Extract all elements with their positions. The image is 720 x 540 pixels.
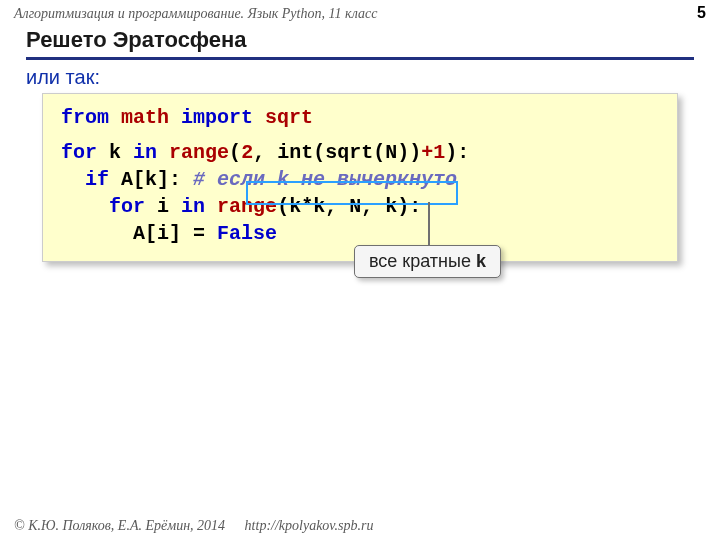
- var-k: k: [109, 141, 121, 164]
- fn-range2: range: [217, 195, 277, 218]
- code-block: from math import sqrt for k in range(2, …: [42, 93, 678, 262]
- kw-false: False: [217, 222, 277, 245]
- code-line-4: for i in range(k*k, N, k):: [61, 193, 659, 220]
- code-line-3: if A[k]: # если k не вычеркнуто: [61, 166, 659, 193]
- callout-wrap: все кратные k: [354, 245, 501, 278]
- kw-if: if: [85, 168, 109, 191]
- kw-import: import: [181, 106, 253, 129]
- p-close: ):: [445, 141, 469, 164]
- footer: © К.Ю. Поляков, Е.А. Ерёмин, 2014 http:/…: [14, 518, 373, 534]
- range-args: k*k, N, k): [289, 195, 409, 218]
- code-line-5: A[i] = False: [61, 220, 659, 247]
- num-plus1: +1: [421, 141, 445, 164]
- range-tail: , int(sqrt(N)): [253, 141, 421, 164]
- code-line-1: from math import sqrt: [61, 104, 659, 131]
- course-title: Алгоритмизация и программирование. Язык …: [14, 6, 377, 22]
- kw-from: from: [61, 106, 109, 129]
- kw-in: in: [133, 141, 157, 164]
- page-title: Решето Эратосфена: [0, 25, 720, 57]
- assign-lhs: A[i] =: [133, 222, 205, 245]
- title-underline: [26, 57, 694, 60]
- mod-math: math: [121, 106, 169, 129]
- kw-in2: in: [181, 195, 205, 218]
- cond-ak: A[k]:: [121, 168, 181, 191]
- kw-for2: for: [109, 195, 145, 218]
- header-bar: Алгоритмизация и программирование. Язык …: [0, 0, 720, 25]
- fn-range: range: [169, 141, 229, 164]
- comment: # если k не вычеркнуто: [193, 168, 457, 191]
- fn-sqrt: sqrt: [265, 106, 313, 129]
- kw-for: for: [61, 141, 97, 164]
- subtitle: или так:: [0, 66, 720, 89]
- p2-open: (: [277, 195, 289, 218]
- footer-url: http://kpolyakov.spb.ru: [245, 518, 374, 533]
- code-line-2: for k in range(2, int(sqrt(N))+1):: [61, 139, 659, 166]
- num-2: 2: [241, 141, 253, 164]
- page-number: 5: [697, 4, 706, 22]
- var-i: i: [157, 195, 169, 218]
- callout-var: k: [476, 251, 486, 271]
- callout-text: все кратные: [369, 251, 476, 271]
- callout: все кратные k: [354, 245, 501, 278]
- p-open: (: [229, 141, 241, 164]
- footer-copyright: © К.Ю. Поляков, Е.А. Ерёмин, 2014: [14, 518, 225, 533]
- colon: :: [409, 195, 421, 218]
